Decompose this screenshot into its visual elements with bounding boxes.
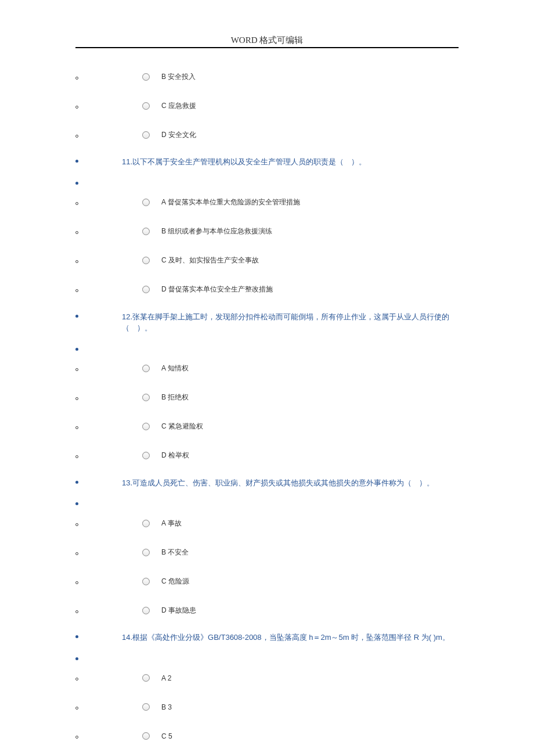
option-label: B 拒绝权 — [161, 393, 189, 402]
option-label: C 应急救援 — [161, 101, 196, 111]
list-bullet-circle-icon — [75, 397, 78, 400]
radio-button[interactable] — [142, 102, 150, 110]
question-text: 13.可造成人员死亡、伤害、职业病、财产损失或其他损失或其他损失的意外事件称为（… — [122, 477, 434, 489]
list-bullet-circle-icon — [75, 368, 78, 371]
list-bullet-circle-icon — [75, 289, 78, 292]
radio-button[interactable] — [142, 199, 150, 206]
list-bullet-disc-icon — [75, 160, 78, 163]
list-bullet-circle-icon — [75, 260, 78, 263]
question-text: 12.张某在脚手架上施工时，发现部分扣件松动而可能倒塌，所有停止作业，这属于从业… — [122, 311, 459, 334]
option-label: B 不安全 — [161, 548, 189, 557]
option-row: D 检举权 — [75, 448, 459, 463]
option-label: B 安全投入 — [161, 72, 196, 82]
option-row: A 事故 — [75, 516, 459, 531]
question-row: 14.根据《高处作业分级》GB/T3608-2008，当坠落高度 h＝2m～5m… — [75, 632, 459, 643]
list-bullet-circle-icon — [75, 610, 78, 613]
option-row: C 5 — [75, 729, 459, 744]
option-label: A 事故 — [161, 519, 182, 528]
list-bullet-disc-icon — [75, 348, 78, 351]
option-label: D 事故隐患 — [161, 606, 196, 615]
question-row: 12.张某在脚手架上施工时，发现部分扣件松动而可能倒塌，所有停止作业，这属于从业… — [75, 311, 459, 334]
radio-button[interactable] — [142, 452, 150, 459]
radio-button[interactable] — [142, 365, 150, 372]
radio-button[interactable] — [142, 286, 150, 293]
radio-button[interactable] — [142, 520, 150, 527]
question-text: 14.根据《高处作业分级》GB/T3608-2008，当坠落高度 h＝2m～5m… — [122, 632, 450, 643]
option-row: D 安全文化 — [75, 127, 459, 142]
list-bullet-circle-icon — [75, 707, 78, 710]
header-underline — [75, 47, 459, 48]
option-label: C 及时、如实报告生产安全事故 — [161, 255, 259, 265]
radio-button[interactable] — [142, 394, 150, 401]
question-text: 11.以下不属于安全生产管理机构以及安全生产管理人员的职责是（ ）。 — [122, 156, 366, 168]
option-row: A 知情权 — [75, 361, 459, 376]
empty-row — [75, 178, 459, 185]
option-row: C 应急救援 — [75, 98, 459, 113]
option-row: B 3 — [75, 700, 459, 715]
list-bullet-circle-icon — [75, 106, 78, 109]
list-bullet-disc-icon — [75, 657, 78, 660]
radio-button[interactable] — [142, 73, 150, 81]
list-bullet-circle-icon — [75, 523, 78, 526]
list-bullet-circle-icon — [75, 426, 78, 429]
list-bullet-circle-icon — [75, 202, 78, 205]
option-label: D 检举权 — [161, 451, 189, 460]
empty-row — [75, 654, 459, 660]
option-row: C 危险源 — [75, 574, 459, 589]
option-row: D 事故隐患 — [75, 603, 459, 618]
option-row: D 督促落实本单位安全生产整改措施 — [75, 282, 459, 297]
radio-button[interactable] — [142, 703, 150, 711]
page-header: WORD 格式可编辑 — [75, 35, 459, 52]
option-row: A 2 — [75, 671, 459, 686]
radio-button[interactable] — [142, 228, 150, 235]
option-label: D 安全文化 — [161, 130, 196, 140]
list-bullet-disc-icon — [75, 315, 78, 318]
list-bullet-circle-icon — [75, 581, 78, 584]
option-label: C 危险源 — [161, 577, 189, 586]
list-bullet-circle-icon — [75, 736, 78, 739]
list-bullet-circle-icon — [75, 135, 78, 138]
option-label: A 知情权 — [161, 363, 189, 373]
radio-button[interactable] — [142, 732, 150, 740]
list-bullet-disc-icon — [75, 635, 78, 638]
radio-button[interactable] — [142, 257, 150, 264]
radio-button[interactable] — [142, 578, 150, 585]
list-bullet-circle-icon — [75, 77, 78, 80]
radio-button[interactable] — [142, 674, 150, 682]
option-row: B 安全投入 — [75, 69, 459, 84]
list-bullet-disc-icon — [75, 502, 78, 505]
option-row: C 紧急避险权 — [75, 419, 459, 434]
option-label: D 督促落实本单位安全生产整改措施 — [161, 285, 273, 294]
list-bullet-circle-icon — [75, 231, 78, 234]
option-label: C 紧急避险权 — [161, 422, 203, 431]
option-row: A 督促落实本单位重大危险源的安全管理措施 — [75, 195, 459, 210]
option-row: B 不安全 — [75, 545, 459, 560]
option-label: A 督促落实本单位重大危险源的安全管理措施 — [161, 197, 300, 207]
option-label: B 3 — [161, 703, 172, 711]
list-bullet-circle-icon — [75, 678, 78, 681]
option-label: A 2 — [161, 674, 171, 682]
list-bullet-circle-icon — [75, 552, 78, 555]
empty-row — [75, 499, 459, 505]
question-row: 11.以下不属于安全生产管理机构以及安全生产管理人员的职责是（ ）。 — [75, 156, 459, 168]
list-bullet-disc-icon — [75, 481, 78, 484]
radio-button[interactable] — [142, 131, 150, 139]
option-row: C 及时、如实报告生产安全事故 — [75, 253, 459, 268]
document-page: WORD 格式可编辑 B 安全投入C 应急救援D 安全文化11.以下不属于安全生… — [0, 0, 534, 756]
option-label: B 组织或者参与本单位应急救援演练 — [161, 226, 272, 236]
radio-button[interactable] — [142, 549, 150, 556]
empty-row — [75, 344, 459, 351]
option-row: B 拒绝权 — [75, 390, 459, 405]
content-area: B 安全投入C 应急救援D 安全文化11.以下不属于安全生产管理机构以及安全生产… — [75, 69, 459, 744]
list-bullet-circle-icon — [75, 455, 78, 458]
option-row: B 组织或者参与本单位应急救援演练 — [75, 224, 459, 239]
option-label: C 5 — [161, 732, 172, 740]
question-row: 13.可造成人员死亡、伤害、职业病、财产损失或其他损失或其他损失的意外事件称为（… — [75, 477, 459, 489]
radio-button[interactable] — [142, 607, 150, 614]
header-text: WORD 格式可编辑 — [231, 35, 304, 45]
list-bullet-disc-icon — [75, 182, 78, 185]
radio-button[interactable] — [142, 423, 150, 430]
